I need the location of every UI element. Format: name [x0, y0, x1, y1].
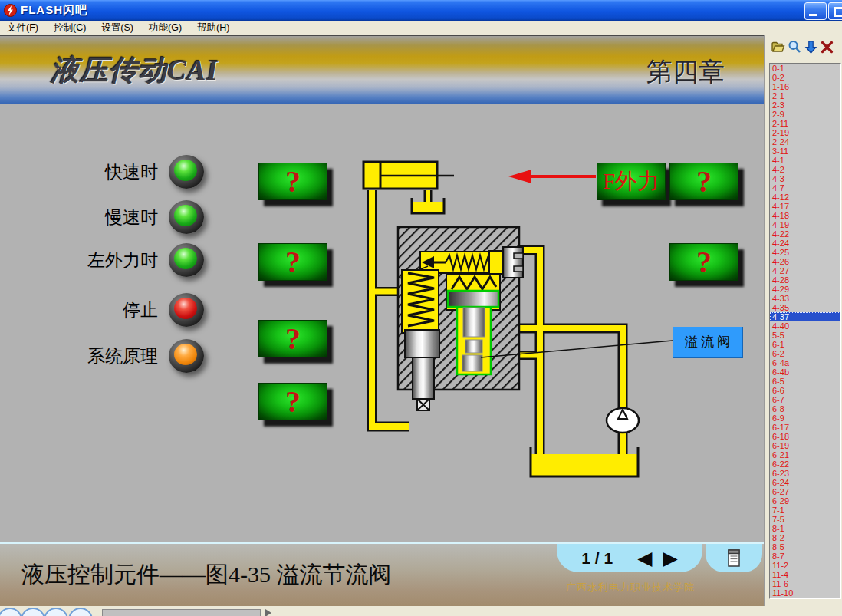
playlist-item[interactable]: 6-9 [770, 413, 840, 423]
playlist-item[interactable]: 6-7 [770, 395, 840, 404]
led-button[interactable] [169, 200, 204, 234]
led-button[interactable] [169, 243, 204, 277]
playlist-item[interactable]: 2-19 [770, 128, 840, 137]
menu-item[interactable]: 帮助(H) [190, 21, 238, 35]
playlist-item[interactable]: 6-6 [770, 386, 840, 395]
stop-button[interactable]: ■ [21, 608, 45, 616]
external-force-button[interactable]: F外力 [597, 163, 666, 200]
delete-icon[interactable] [820, 40, 834, 54]
playlist-item[interactable]: 6-22 [770, 460, 840, 469]
notes-button[interactable] [706, 544, 762, 572]
playlist-item[interactable]: 6-21 [770, 450, 840, 460]
playlist-item[interactable]: 2-24 [770, 137, 840, 147]
playlist-item[interactable]: 6-29 [770, 496, 840, 506]
playlist-item[interactable]: 2-11 [770, 119, 840, 128]
playlist-item[interactable]: 4-17 [770, 202, 840, 211]
playlist-item[interactable]: 3-11 [770, 147, 840, 156]
playlist-item[interactable]: 4-12 [770, 193, 840, 202]
question-button[interactable]: ? [669, 163, 738, 200]
playlist-item[interactable]: 4-2 [770, 165, 840, 174]
playlist-item[interactable]: 1-16 [770, 82, 840, 91]
playlist-item[interactable]: 8-7 [770, 552, 840, 561]
question-button[interactable]: ? [258, 243, 327, 281]
playlist-item[interactable]: 6-4a [770, 358, 840, 367]
notepad-icon [726, 548, 742, 568]
playlist-item[interactable]: 8-1 [770, 524, 840, 533]
spool-cap [448, 291, 498, 307]
led-button[interactable] [169, 155, 204, 189]
maximize-button[interactable] [828, 2, 842, 20]
player-bar: ▶ ■ ◀◀ ▶▶ [0, 606, 842, 616]
playlist-item[interactable]: 8-2 [770, 533, 840, 542]
next-track-button[interactable]: ▶▶ [68, 608, 93, 616]
playlist-item[interactable]: 4-33 [770, 294, 840, 303]
playlist-item[interactable]: 4-29 [770, 285, 840, 294]
playlist-item[interactable]: 11-2 [770, 561, 840, 570]
playlist-item[interactable]: 2-3 [770, 100, 840, 110]
zoom-icon[interactable] [788, 40, 802, 54]
playlist-item[interactable]: 6-18 [770, 432, 840, 441]
menu-item[interactable]: 功能(G) [142, 21, 190, 35]
playlist-item[interactable]: 11-10 [770, 588, 840, 598]
menu-item[interactable]: 文件(F) [0, 21, 47, 35]
hydraulic-cylinder [363, 162, 454, 189]
playlist-item[interactable]: 6-23 [770, 469, 840, 478]
playlist-item[interactable]: 4-28 [770, 275, 840, 285]
menu-item[interactable]: 控制(C) [47, 21, 94, 35]
question-button[interactable]: ? [258, 383, 327, 420]
playlist-item[interactable]: 8-5 [770, 542, 840, 552]
playlist-item[interactable]: 6-17 [770, 423, 840, 432]
playlist-item[interactable]: 0-2 [770, 73, 840, 82]
question-button[interactable]: ? [258, 320, 327, 357]
playlist: 0-10-21-162-12-32-92-112-192-243-114-14-… [769, 63, 841, 599]
seek-slider[interactable] [102, 609, 261, 616]
playlist-item[interactable]: 7-1 [770, 506, 840, 515]
playlist-item[interactable]: 6-4b [770, 367, 840, 377]
prev-page-button[interactable]: ◀ [637, 548, 652, 568]
control-label: 慢速时 [105, 206, 158, 229]
playlist-item[interactable]: 6-8 [770, 404, 840, 413]
menu-item[interactable]: 设置(S) [94, 21, 142, 35]
playlist-item[interactable]: 4-3 [770, 174, 840, 183]
playlist-item[interactable]: 11-4 [770, 570, 840, 579]
playlist-item[interactable]: 4-25 [770, 248, 840, 257]
playlist-item[interactable]: 6-24 [770, 478, 840, 487]
playlist-item[interactable]: 4-22 [770, 229, 840, 239]
playlist-item[interactable]: 6-27 [770, 487, 840, 496]
control-row: 慢速时 [31, 199, 204, 236]
question-button[interactable]: ? [669, 243, 738, 281]
volume-icon[interactable] [265, 609, 271, 616]
question-button[interactable]: ? [258, 163, 327, 200]
playlist-item[interactable]: 4-40 [770, 321, 840, 331]
led-button[interactable] [169, 339, 204, 373]
playlist-item[interactable]: 4-1 [770, 156, 840, 165]
playlist-item[interactable]: 4-19 [770, 220, 840, 229]
led-button[interactable] [169, 293, 204, 327]
playlist-item[interactable]: 11-6 [770, 579, 840, 588]
next-page-button[interactable]: ▶ [663, 548, 677, 568]
playlist-item[interactable]: 4-18 [770, 211, 840, 220]
playlist-item[interactable]: 6-19 [770, 441, 840, 450]
download-icon[interactable] [804, 40, 818, 54]
control-row: 系统原理 [31, 338, 204, 374]
playlist-item[interactable]: 2-1 [770, 91, 840, 100]
playlist-item[interactable]: 0-1 [770, 64, 840, 73]
playlist-item[interactable]: 5-5 [770, 331, 840, 340]
playlist-item[interactable]: 4-35 [770, 303, 840, 312]
minimize-button[interactable] [804, 2, 827, 20]
playlist-item[interactable]: 4-27 [770, 266, 840, 275]
playlist-item[interactable]: 2-9 [770, 110, 840, 119]
playlist-item[interactable]: 4-37 [770, 312, 840, 321]
open-folder-icon[interactable] [771, 40, 785, 54]
playlist-item[interactable]: 6-5 [770, 377, 840, 386]
playlist-item[interactable]: 6-1 [770, 340, 840, 349]
playlist-item[interactable]: 4-7 [770, 183, 840, 193]
pump [607, 408, 639, 433]
play-button[interactable]: ▶ [0, 608, 22, 616]
playlist-item[interactable]: 4-26 [770, 257, 840, 266]
playlist-item[interactable]: 4-24 [770, 239, 840, 248]
page-indicator: 1 / 1 [581, 549, 613, 568]
prev-track-button[interactable]: ◀◀ [44, 608, 68, 616]
playlist-item[interactable]: 6-2 [770, 349, 840, 358]
playlist-item[interactable]: 7-5 [770, 515, 840, 524]
